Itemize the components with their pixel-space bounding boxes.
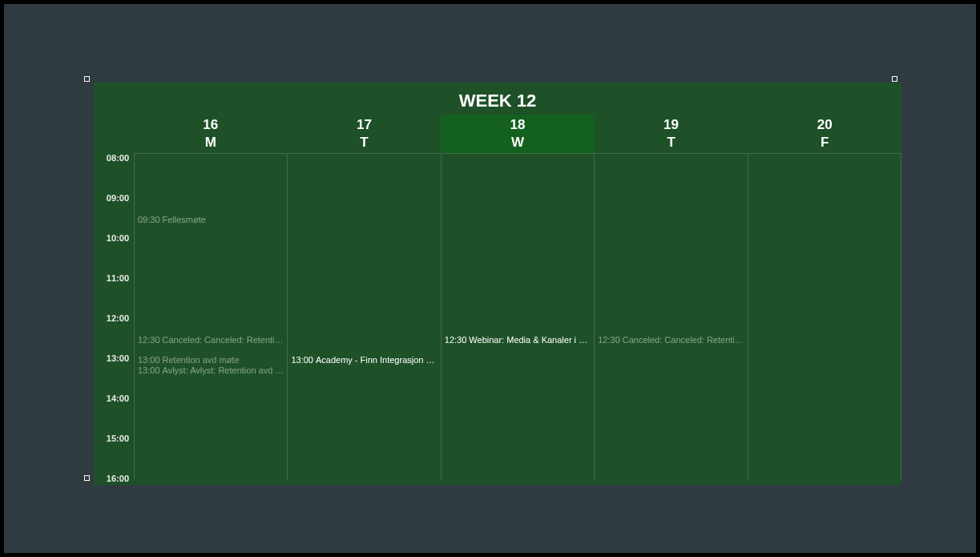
time-gutter: 08:0009:0010:0011:0012:0013:0014:0015:00… [94,153,134,480]
calendar-event[interactable]: 13:00Retention avd møte [138,355,285,365]
calendar-event[interactable]: 12:30Webinar: Media & Kanaler i Databerr… [445,335,592,345]
day-column[interactable] [748,153,901,480]
day-column[interactable]: 13:00Academy - Finn Integrasjon video [287,153,440,480]
event-time: 09:30 [138,215,160,224]
hour-label: 15:00 [107,434,129,443]
hour-label: 16:00 [107,474,129,483]
hour-label: 08:00 [107,153,129,163]
day-number: 19 [595,116,748,134]
hour-label: 09:00 [107,193,129,203]
event-title: Retention avd møte [163,355,240,365]
calendar-event[interactable]: 13:00Avlyst: Avlyst: Retention avd møte [138,365,285,376]
event-title: Webinar: Media & Kanaler i Databerry [469,335,592,345]
hour-label: 10:00 [107,233,129,243]
week-title: WEEK 12 [94,83,901,111]
event-time: 12:30 [138,335,160,345]
event-title: Canceled: Canceled: Retention avdelingsm… [163,335,286,345]
day-of-week: T [595,134,748,151]
day-header[interactable]: 19T [595,115,748,153]
day-column[interactable]: 12:30Webinar: Media & Kanaler i Databerr… [441,153,594,480]
resize-handle-top-right[interactable] [892,76,897,82]
day-number: 18 [441,116,595,134]
hour-label: 13:00 [107,353,129,363]
event-time: 13:00 [138,355,160,365]
day-header-row: 16M17T18W19T20F [94,115,901,153]
event-time: 13:00 [291,355,313,365]
hour-label: 12:00 [107,313,129,323]
event-title: Avlyst: Avlyst: Retention avd møte [163,365,286,375]
hour-label: 14:00 [107,394,129,403]
day-column[interactable]: 12:30Canceled: Canceled: Retention avdel… [594,153,747,480]
day-header[interactable]: 17T [288,115,442,153]
day-number: 20 [748,116,901,134]
time-gutter-header [94,115,134,153]
event-time: 13:00 [138,365,160,375]
day-number: 16 [134,116,288,134]
calendar-event[interactable]: 13:00Academy - Finn Integrasjon video [291,355,438,365]
day-column[interactable]: 09:30Fellesmøte12:30Canceled: Canceled: … [134,153,287,480]
event-title: Academy - Finn Integrasjon video [316,355,439,365]
day-header[interactable]: 16M [134,115,288,153]
day-of-week: F [748,134,901,151]
calendar-event[interactable]: 09:30Fellesmøte [138,215,285,225]
app-background: WEEK 12 16M17T18W19T20F 08:0009:0010:001… [4,4,976,553]
event-time: 12:30 [445,335,467,345]
event-title: Canceled: Canceled: Retention avdelingsm… [623,335,746,345]
calendar-event[interactable]: 12:30Canceled: Canceled: Retention avdel… [598,335,745,345]
event-time: 12:30 [598,335,620,345]
day-number: 17 [288,116,442,134]
resize-handle-bottom-left[interactable] [84,475,90,481]
day-of-week: M [134,134,288,151]
hour-label: 11:00 [107,273,129,283]
day-of-week: W [441,134,595,151]
day-of-week: T [288,134,442,151]
calendar-event[interactable]: 12:30Canceled: Canceled: Retention avdel… [138,335,285,345]
resize-handle-top-left[interactable] [84,76,90,82]
event-title: Fellesmøte [163,215,206,224]
calendar-grid: 08:0009:0010:0011:0012:0013:0014:0015:00… [94,153,901,480]
day-header[interactable]: 20F [748,115,901,153]
day-header[interactable]: 18W [441,115,595,153]
calendar-widget[interactable]: WEEK 12 16M17T18W19T20F 08:0009:0010:001… [94,83,901,485]
